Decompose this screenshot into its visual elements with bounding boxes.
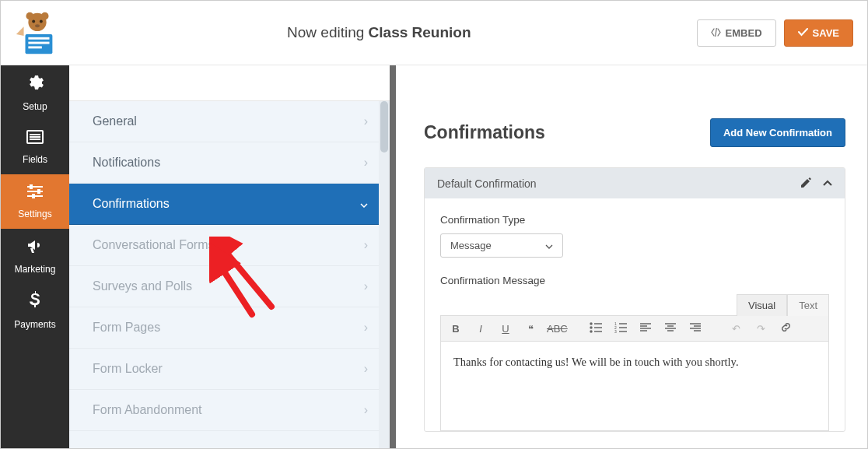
blockquote-icon[interactable]: ❝ xyxy=(522,323,539,335)
svg-point-2 xyxy=(41,12,49,20)
nav-settings[interactable]: Settings xyxy=(1,174,69,229)
nav-fields[interactable]: Fields xyxy=(1,120,69,174)
settings-item-label: General xyxy=(93,114,137,128)
panel-title: Default Confirmation xyxy=(437,177,537,190)
editor-toolbar: B I U ❝ ABC 123 xyxy=(440,315,829,342)
confirmation-message-editor[interactable]: Thanks for contacting us! We will be in … xyxy=(440,342,829,431)
sliders-icon xyxy=(26,184,44,204)
svg-point-1 xyxy=(26,12,33,20)
content-heading: Confirmations xyxy=(424,122,545,143)
scrollbar-thumb[interactable] xyxy=(380,101,388,153)
chevron-down-icon xyxy=(360,197,368,211)
panel-actions xyxy=(801,177,832,190)
nav-payments[interactable]: Payments xyxy=(1,283,69,338)
settings-item-label: Notifications xyxy=(93,156,160,170)
settings-item-general[interactable]: General › xyxy=(69,101,390,142)
tab-visual[interactable]: Visual xyxy=(737,294,787,316)
dollar-icon xyxy=(29,291,41,314)
add-button-label: Add New Confirmation xyxy=(723,127,832,139)
svg-rect-17 xyxy=(30,184,33,189)
nav-setup[interactable]: Setup xyxy=(1,65,69,120)
confirmation-panel: Default Confirmation Confirmation Type M… xyxy=(424,167,845,432)
link-icon[interactable] xyxy=(777,321,794,335)
svg-point-4 xyxy=(40,20,43,23)
redo-icon[interactable]: ↷ xyxy=(752,323,769,335)
message-label: Confirmation Message xyxy=(440,275,829,286)
tab-text[interactable]: Text xyxy=(787,294,829,316)
nav-label: Payments xyxy=(14,319,55,330)
nav-marketing[interactable]: Marketing xyxy=(1,229,69,283)
list-icon xyxy=(26,129,44,149)
bullhorn-icon xyxy=(26,237,44,259)
settings-sidebar: Settings General › Notifications › Confi… xyxy=(69,65,390,448)
page-title: Now editing Class Reunion xyxy=(61,24,697,41)
align-center-icon[interactable] xyxy=(662,323,679,335)
check-icon xyxy=(798,27,808,39)
embed-button[interactable]: EMBED xyxy=(697,19,776,47)
svg-rect-18 xyxy=(37,189,40,194)
type-label: Confirmation Type xyxy=(440,214,829,226)
chevron-down-icon xyxy=(545,241,553,251)
nav-label: Fields xyxy=(23,154,47,165)
header-actions: EMBED SAVE xyxy=(697,19,853,47)
chevron-right-icon: › xyxy=(364,279,368,293)
svg-point-22 xyxy=(590,327,592,328)
settings-item-label: Form Pages xyxy=(93,321,160,335)
settings-item-form-locker[interactable]: Form Locker › xyxy=(69,349,390,390)
settings-item-surveys-polls[interactable]: Surveys and Polls › xyxy=(69,266,390,307)
chevron-right-icon: › xyxy=(364,238,368,252)
settings-item-notifications[interactable]: Notifications › xyxy=(69,142,390,184)
confirmation-type-select[interactable]: Message xyxy=(440,233,563,258)
svg-rect-7 xyxy=(28,37,49,40)
underline-icon[interactable]: U xyxy=(497,323,514,335)
save-button[interactable]: SAVE xyxy=(784,19,853,47)
svg-point-5 xyxy=(35,24,40,27)
editor-content: Thanks for contacting us! We will be in … xyxy=(453,356,739,368)
svg-text:3: 3 xyxy=(614,329,617,333)
collapse-icon[interactable] xyxy=(823,177,832,190)
settings-menu: General › Notifications › Confirmations … xyxy=(69,101,390,431)
gear-icon xyxy=(26,73,44,96)
code-icon xyxy=(711,27,721,39)
nav-label: Marketing xyxy=(15,264,56,275)
strikethrough-icon[interactable]: ABC xyxy=(547,323,564,335)
embed-label: EMBED xyxy=(726,27,762,39)
nav-label: Setup xyxy=(23,101,47,112)
chevron-right-icon: › xyxy=(364,114,368,128)
italic-icon[interactable]: I xyxy=(472,323,489,335)
settings-scrollbar[interactable] xyxy=(379,101,390,448)
content-header: Confirmations Add New Confirmation xyxy=(424,118,845,147)
numbered-list-icon[interactable]: 123 xyxy=(612,322,629,335)
form-name: Class Reunion xyxy=(369,24,471,40)
settings-item-form-abandonment[interactable]: Form Abandonment › xyxy=(69,390,390,431)
nav-label: Settings xyxy=(18,209,51,219)
left-nav: Setup Fields Settings Marketing xyxy=(1,65,69,448)
chevron-right-icon: › xyxy=(364,321,368,335)
settings-item-label: Form Abandonment xyxy=(93,403,202,417)
content-area: Confirmations Add New Confirmation Defau… xyxy=(390,65,867,448)
chevron-right-icon: › xyxy=(364,156,368,170)
svg-rect-9 xyxy=(28,46,41,48)
undo-icon[interactable]: ↶ xyxy=(727,323,744,335)
save-label: SAVE xyxy=(813,27,839,39)
svg-rect-8 xyxy=(28,42,49,44)
bullet-list-icon[interactable] xyxy=(587,322,604,335)
align-right-icon[interactable] xyxy=(687,323,704,335)
edit-icon[interactable] xyxy=(801,177,812,190)
svg-rect-19 xyxy=(32,194,35,198)
bold-icon[interactable]: B xyxy=(447,323,464,335)
select-value: Message xyxy=(450,240,492,251)
wpforms-logo xyxy=(13,9,61,57)
panel-header[interactable]: Default Confirmation xyxy=(425,168,845,198)
settings-item-form-pages[interactable]: Form Pages › xyxy=(69,307,390,349)
add-new-confirmation-button[interactable]: Add New Confirmation xyxy=(710,118,845,147)
settings-item-label: Conversational Forms xyxy=(93,238,215,252)
svg-point-20 xyxy=(590,323,592,324)
chevron-right-icon: › xyxy=(364,362,368,376)
settings-item-conversational-forms[interactable]: Conversational Forms › xyxy=(69,225,390,266)
top-header: Now editing Class Reunion EMBED SAVE xyxy=(1,1,867,65)
settings-item-confirmations[interactable]: Confirmations xyxy=(69,184,390,225)
align-left-icon[interactable] xyxy=(637,323,654,335)
settings-item-label: Form Locker xyxy=(93,362,163,376)
settings-item-label: Confirmations xyxy=(93,197,170,211)
